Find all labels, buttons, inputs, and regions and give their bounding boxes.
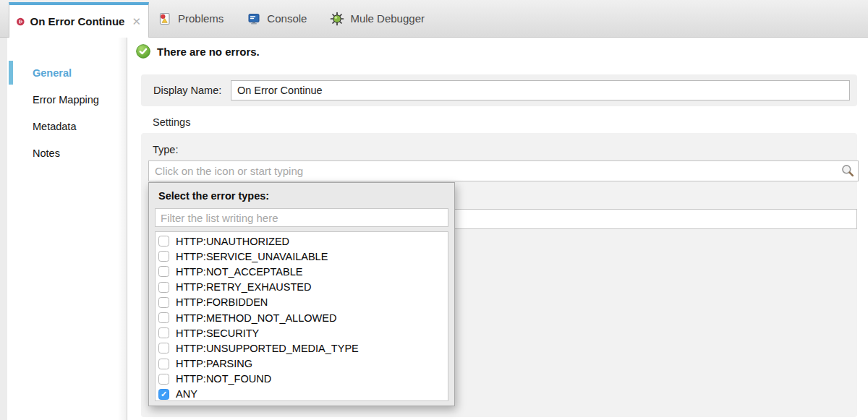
checkbox-icon[interactable] <box>158 359 169 369</box>
error-type-label: HTTP:FORBIDDEN <box>176 296 268 308</box>
console-icon <box>247 12 261 26</box>
popup-title: Select the error types: <box>158 190 269 202</box>
sidebar-item-notes[interactable]: Notes <box>33 147 60 159</box>
error-type-label: HTTP:SERVICE_UNAVAILABLE <box>176 251 328 262</box>
validation-status: There are no errors. <box>136 44 260 59</box>
checkbox-icon[interactable] <box>158 312 169 323</box>
tab-label: Mule Debugger <box>350 12 425 25</box>
checkbox-icon[interactable] <box>158 327 169 338</box>
properties-sidebar: General Error Mapping Metadata Notes <box>7 38 127 420</box>
close-icon[interactable]: ✕ <box>132 15 141 28</box>
error-type-label: HTTP:UNAUTHORIZED <box>176 236 289 247</box>
display-name-group: Display Name: <box>141 74 857 106</box>
problems-icon <box>158 12 172 26</box>
tab-label: Console <box>267 12 307 25</box>
error-type-option[interactable]: HTTP:METHOD_NOT_ALLOWED <box>156 310 448 325</box>
tab-bar: On Error Continue ✕ Problems Conso <box>0 0 868 38</box>
display-name-input[interactable] <box>231 80 850 100</box>
sidebar-item-error-mapping[interactable]: Error Mapping <box>33 94 99 106</box>
checkbox-icon[interactable] <box>158 251 169 262</box>
error-type-option[interactable]: HTTP:NOT_FOUND <box>156 372 448 387</box>
error-type-option[interactable]: HTTP:SECURITY <box>156 325 448 340</box>
on-error-continue-properties-panel: On Error Continue ✕ Problems Conso <box>0 0 868 420</box>
error-type-label: HTTP:UNSUPPORTED_MEDIA_TYPE <box>176 343 359 354</box>
checkbox-icon[interactable] <box>158 374 169 385</box>
type-label: Type: <box>153 144 178 155</box>
tab-label: On Error Continue <box>30 15 125 27</box>
error-type-label: ANY <box>176 388 197 400</box>
selected-item-indicator <box>9 61 13 85</box>
checkbox-icon[interactable] <box>158 236 169 247</box>
tab-console[interactable]: Console <box>247 12 307 26</box>
error-type-label: HTTP:NOT_FOUND <box>176 373 271 385</box>
error-type-option[interactable]: HTTP:PARSING <box>156 356 448 372</box>
checkbox-icon[interactable] <box>158 343 169 353</box>
checkbox-icon[interactable] <box>158 297 169 308</box>
error-type-label: HTTP:SECURITY <box>176 327 259 339</box>
bug-icon <box>330 12 344 26</box>
error-type-option[interactable]: HTTP:UNSUPPORTED_MEDIA_TYPE <box>156 340 448 356</box>
error-type-option[interactable]: HTTP:NOT_ACCEPTABLE <box>156 264 448 279</box>
error-type-option[interactable]: HTTP:FORBIDDEN <box>156 295 448 310</box>
tab-on-error-continue[interactable]: On Error Continue ✕ <box>9 2 149 38</box>
success-check-icon <box>136 44 150 59</box>
error-type-option[interactable]: HTTP:UNAUTHORIZED <box>156 233 448 249</box>
error-type-label: HTTP:NOT_ACCEPTABLE <box>176 266 302 278</box>
tab-group: Problems Console Mu <box>158 0 425 37</box>
error-type-label: HTTP:RETRY_EXHAUSTED <box>176 281 311 293</box>
type-field <box>148 160 859 181</box>
error-type-label: HTTP:METHOD_NOT_ALLOWED <box>176 312 336 324</box>
sidebar-item-general[interactable]: General <box>33 67 72 79</box>
tab-mule-debugger[interactable]: Mule Debugger <box>330 12 425 26</box>
sidebar-item-metadata[interactable]: Metadata <box>33 121 76 132</box>
settings-heading: Settings <box>153 116 190 128</box>
error-type-list: HTTP:UNAUTHORIZED HTTP:SERVICE_UNAVAILAB… <box>155 231 448 401</box>
type-input[interactable] <box>148 160 859 181</box>
window-left-gutter <box>0 38 7 420</box>
status-message: There are no errors. <box>157 46 260 58</box>
tab-label: Problems <box>178 12 224 25</box>
checkbox-icon[interactable] <box>158 282 169 293</box>
error-types-popup: Select the error types: HTTP:UNAUTHORIZE… <box>148 182 455 406</box>
checkbox-icon[interactable] <box>158 389 169 400</box>
filter-input[interactable] <box>155 208 448 227</box>
on-error-continue-icon <box>17 14 25 29</box>
error-type-option[interactable]: ANY <box>156 387 448 401</box>
error-type-option[interactable]: HTTP:RETRY_EXHAUSTED <box>156 280 448 295</box>
display-name-label: Display Name: <box>153 85 221 96</box>
error-type-label: HTTP:PARSING <box>176 358 252 369</box>
tab-problems[interactable]: Problems <box>158 12 224 26</box>
error-type-option[interactable]: HTTP:SERVICE_UNAVAILABLE <box>156 249 448 264</box>
search-icon[interactable] <box>841 163 855 178</box>
checkbox-icon[interactable] <box>158 266 169 277</box>
